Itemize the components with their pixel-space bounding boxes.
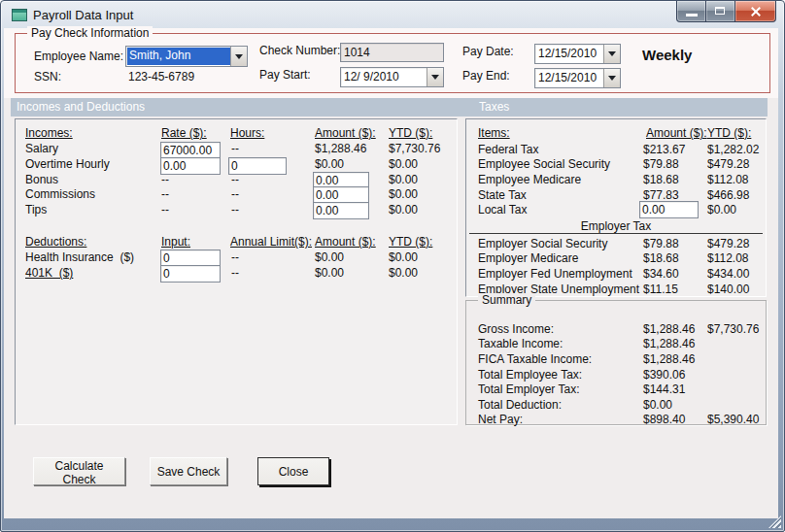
bonus-ytd: $0.00 [389,174,418,186]
employee-ss-ytd: $479.28 [707,158,749,171]
employee-medicare-ytd: $112.08 [707,174,749,186]
employee-name-dropdown-button[interactable] [230,47,247,66]
pay-date-value: 12/15/2010 [535,45,603,63]
annual-limit-header: Annual Limit($): [230,236,312,249]
state-tax-ytd: $466.98 [707,189,749,202]
gross-income-amount: $1,288.46 [643,323,695,336]
pay-date-label: Pay Date: [462,46,514,58]
tax-ytd-header: YTD ($): [707,127,751,140]
ssn-value: 123-45-6789 [128,71,194,83]
tax-row-label: Employer Social Security [478,238,607,250]
tips-amount-input[interactable] [313,202,369,219]
overtime-ytd: $0.00 [389,158,418,171]
chevron-down-icon [608,51,616,56]
pay-end-datepicker[interactable]: 12/15/2010 [534,68,621,88]
federal-tax-ytd: $1,282.02 [707,144,759,156]
employee-medicare-amount: $18.68 [643,174,679,186]
amount-header: Amount ($): [315,127,376,140]
health-insurance-amount: $0.00 [315,251,344,264]
calculate-check-button[interactable]: Calculate Check [33,457,125,485]
gross-income-ytd: $7,730.76 [707,323,759,336]
total-deduction-amount: $0.00 [643,399,672,412]
items-header: Items: [478,127,510,140]
summary-row-label: Total Employee Tax: [478,369,582,382]
federal-tax-amount: $213.67 [643,144,685,156]
tax-row-label: Federal Tax [478,144,538,156]
employer-fed-unemp-amount: $34.60 [643,268,679,281]
pay-date-datepicker[interactable]: 12/15/2010 [534,44,621,64]
total-employer-tax-amount: $144.31 [643,383,685,396]
payroll-window: Payroll Data Input Pay Check Information… [0,0,785,532]
pay-start-datepicker[interactable]: 12/ 9/2010 [340,67,444,87]
commissions-ytd: $0.00 [389,188,418,201]
taxes-panel: Items: Amount ($): YTD ($): Federal Tax … [465,118,767,297]
401k-input[interactable] [160,265,221,283]
incomes-deductions-panel: Incomes: Rate ($): Hours: Amount ($): YT… [15,118,458,425]
salary-amount: $1,288.46 [315,143,366,155]
pay-start-dropdown-button[interactable] [427,68,443,86]
chevron-down-icon [431,75,439,80]
close-icon [750,6,762,17]
summary-row-label: FICA Taxable Income: [478,353,592,366]
employer-state-unemp-amount: $11.15 [643,283,678,296]
app-icon [12,9,27,21]
dialog-client-area: Pay Check Information Employee Name: Smi… [4,28,778,518]
summary-group-label: Summary [478,293,535,307]
tax-amount-header: Amount ($): [646,127,707,140]
deductions-header: Deductions: [25,236,86,249]
tax-row-label: Employee Medicare [478,174,581,186]
salary-hours: -- [231,143,239,155]
maximize-icon [715,7,725,15]
pay-start-value: 12/ 9/2010 [341,68,427,86]
close-button[interactable]: Close [257,457,329,485]
employee-ss-amount: $79.88 [643,158,679,171]
employee-name-combobox[interactable]: Smith, John [125,46,248,67]
taxes-section-title: Taxes [479,101,509,114]
pay-date-dropdown-button[interactable] [603,45,620,63]
summary-row-label: Total Employer Tax: [478,383,580,396]
net-pay-ytd: $5,390.40 [707,414,759,426]
deduction-row-label-401k[interactable]: 401K ($) [25,267,73,280]
pay-end-label: Pay End: [462,70,510,83]
employer-ss-ytd: $479.28 [707,238,749,250]
income-row-label: Overtime Hourly [25,158,110,171]
bonus-hours: -- [231,174,239,186]
bonus-rate: -- [161,174,169,186]
overtime-rate-input[interactable] [160,157,221,175]
tax-row-label: State Tax [478,189,527,202]
check-number-label: Check Number: [259,45,340,57]
minimize-button[interactable] [676,1,706,22]
summary-row-label: Gross Income: [478,323,554,336]
income-row-label: Bonus [25,174,58,186]
tips-ytd: $0.00 [389,204,418,216]
summary-row-label: Net Pay: [478,414,523,426]
pay-start-label: Pay Start: [259,69,311,82]
tax-row-label: Employer Medicare [478,252,578,265]
health-insurance-limit: -- [231,251,239,264]
close-window-button[interactable] [734,1,776,22]
ytd-header: YTD ($): [389,127,432,140]
401k-amount: $0.00 [315,267,344,280]
local-tax-input[interactable] [639,201,699,218]
deduction-amount-header: Amount ($): [315,236,376,249]
rate-header: Rate ($): [161,127,207,140]
employee-name-label: Employee Name: [34,50,123,63]
summary-group: Summary Gross Income: $1,288.46 $7,730.7… [465,300,767,425]
tax-row-label: Employee Social Security [478,158,610,171]
total-employee-tax-amount: $390.06 [643,369,685,382]
employer-ss-amount: $79.88 [643,238,679,250]
health-insurance-ytd: $0.00 [389,251,418,264]
employee-name-value: Smith, John [127,48,230,65]
net-pay-amount: $898.40 [643,414,685,426]
chevron-down-icon [235,54,243,59]
maximize-button[interactable] [706,1,734,22]
chevron-down-icon [608,76,616,81]
check-number-input[interactable] [340,43,444,62]
pay-end-dropdown-button[interactable] [603,69,620,87]
commissions-hours: -- [231,188,239,201]
paycheck-group-label: Pay Check Information [27,26,153,40]
pay-end-value: 12/15/2010 [535,69,603,87]
titlebar[interactable]: Payroll Data Input [1,1,784,28]
commissions-rate: -- [161,188,169,201]
save-check-button[interactable]: Save Check [150,457,227,485]
